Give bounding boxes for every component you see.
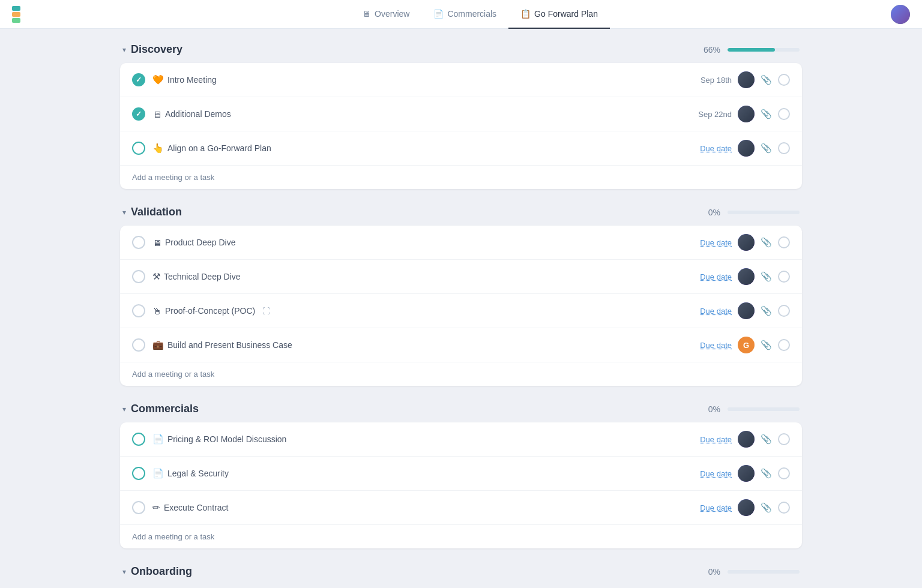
task-check[interactable] [132, 338, 145, 352]
comment-button[interactable] [778, 74, 790, 86]
paperclip-icon[interactable]: 📎 [761, 434, 772, 445]
paperclip-icon[interactable]: 📎 [761, 74, 772, 85]
paperclip-icon[interactable]: 📎 [761, 468, 772, 479]
task-check-completed[interactable] [132, 107, 145, 121]
section-commercials: ▾ Commercials 0% 📄 Pricing & ROI Model D… [120, 403, 802, 548]
avatar-inner [738, 106, 755, 122]
task-check[interactable] [132, 501, 145, 514]
task-date: Sep 22nd [690, 110, 732, 119]
task-due-date[interactable]: Due date [690, 341, 732, 350]
task-check[interactable] [132, 433, 145, 446]
go-forward-plan-icon: 📋 [520, 9, 531, 19]
task-check[interactable] [132, 142, 145, 155]
task-right: Due date 📎 [690, 302, 790, 319]
comment-button[interactable] [778, 502, 790, 514]
comment-button[interactable] [778, 467, 790, 479]
task-due-date[interactable]: Due date [690, 307, 732, 316]
task-due-date[interactable]: Due date [690, 469, 732, 478]
task-text: Build and Present Business Case [167, 340, 292, 350]
subtask-icon[interactable]: ⛶ [262, 307, 270, 316]
nav-tabs: 🖥 Overview 📄 Commercials 📋 Go Forward Pl… [50, 0, 910, 29]
chevron-down-icon[interactable]: ▾ [122, 568, 126, 576]
paperclip-icon[interactable]: 📎 [761, 237, 772, 248]
section-validation-card: 🖥 Product Deep Dive Due date 📎 ⚒ Technic… [120, 226, 802, 386]
task-avatar [738, 140, 755, 157]
task-avatar-orange: G [738, 337, 755, 353]
paperclip-icon[interactable]: 📎 [761, 143, 772, 154]
paperclip-icon[interactable]: 📎 [761, 305, 772, 316]
paperclip-icon[interactable]: 📎 [761, 271, 772, 282]
task-text: Additional Demos [165, 109, 231, 119]
task-check[interactable] [132, 304, 145, 317]
task-row: 📄 Pricing & ROI Model Discussion Due dat… [120, 422, 802, 457]
add-task-label: Add a meeting or a task [132, 370, 214, 379]
section-onboarding-pct: 0% [708, 567, 720, 577]
task-right: Due date 📎 [690, 268, 790, 285]
section-onboarding-header: ▾ Onboarding 0% [120, 565, 802, 578]
task-avatar [738, 71, 755, 88]
chevron-down-icon[interactable]: ▾ [122, 405, 126, 413]
task-text: Intro Meeting [167, 75, 217, 85]
user-avatar[interactable] [891, 5, 910, 24]
task-avatar [738, 431, 755, 448]
task-due-date[interactable]: Due date [690, 435, 732, 444]
progress-bar-bg [728, 407, 800, 411]
paperclip-icon[interactable]: 📎 [761, 502, 772, 513]
commercials-icon: 📄 [433, 9, 444, 19]
tab-go-forward-plan[interactable]: 📋 Go Forward Plan [508, 0, 610, 29]
task-due-date[interactable]: Due date [690, 238, 732, 247]
add-task-button[interactable]: Add a meeting or a task [120, 166, 802, 189]
add-task-button[interactable]: Add a meeting or a task [120, 525, 802, 548]
section-validation-title: Validation [131, 206, 182, 218]
comment-button[interactable] [778, 339, 790, 351]
comment-button[interactable] [778, 305, 790, 317]
paperclip-icon[interactable]: 📎 [761, 109, 772, 119]
section-commercials-card: 📄 Pricing & ROI Model Discussion Due dat… [120, 422, 802, 548]
comment-button[interactable] [778, 108, 790, 120]
tab-go-forward-plan-label: Go Forward Plan [534, 9, 598, 19]
orange-avatar-letter: G [743, 341, 749, 350]
section-onboarding-title: Onboarding [131, 565, 192, 578]
task-right: Due date G 📎 [690, 337, 790, 353]
tab-commercials[interactable]: 📄 Commercials [421, 0, 508, 29]
task-right: Sep 22nd 📎 [690, 106, 790, 122]
task-emoji: 🖱 [152, 306, 161, 316]
task-label: 📄 Legal & Security [152, 468, 682, 479]
task-emoji: ✏ [152, 502, 160, 513]
task-avatar [738, 106, 755, 122]
task-check[interactable] [132, 236, 145, 249]
task-due-date[interactable]: Due date [690, 272, 732, 281]
task-due-date[interactable]: Due date [690, 144, 732, 153]
section-commercials-header-left: ▾ Commercials [122, 403, 199, 415]
comment-button[interactable] [778, 142, 790, 154]
task-row: ✏ Execute Contract Due date 📎 [120, 491, 802, 525]
task-label: 📄 Pricing & ROI Model Discussion [152, 434, 682, 445]
chevron-down-icon[interactable]: ▾ [122, 208, 126, 217]
progress-bar-bg [728, 48, 800, 52]
task-avatar [738, 234, 755, 251]
chevron-down-icon[interactable]: ▾ [122, 46, 126, 54]
progress-bar-fill [728, 48, 775, 52]
progress-bar-bg [728, 211, 800, 214]
task-due-date[interactable]: Due date [690, 503, 732, 512]
task-label: 🧡 Intro Meeting [152, 74, 682, 85]
add-task-button[interactable]: Add a meeting or a task [120, 362, 802, 386]
section-discovery-header: ▾ Discovery 66% [120, 43, 802, 56]
task-text: Technical Deep Dive [164, 272, 241, 281]
task-check[interactable] [132, 270, 145, 283]
avatar-inner [738, 465, 755, 482]
comment-button[interactable] [778, 433, 790, 445]
task-row: 💼 Build and Present Business Case Due da… [120, 328, 802, 362]
task-check-completed[interactable] [132, 73, 145, 86]
tab-overview-label: Overview [375, 9, 409, 19]
comment-button[interactable] [778, 236, 790, 248]
section-validation-header-right: 0% [708, 208, 800, 217]
section-commercials-header-right: 0% [708, 404, 800, 414]
task-label: ⚒ Technical Deep Dive [152, 271, 682, 282]
task-check[interactable] [132, 467, 145, 480]
section-discovery-pct: 66% [704, 45, 720, 55]
comment-button[interactable] [778, 271, 790, 283]
tab-overview[interactable]: 🖥 Overview [351, 0, 421, 29]
section-onboarding: ▾ Onboarding 0% [120, 565, 802, 578]
paperclip-icon[interactable]: 📎 [761, 340, 772, 350]
